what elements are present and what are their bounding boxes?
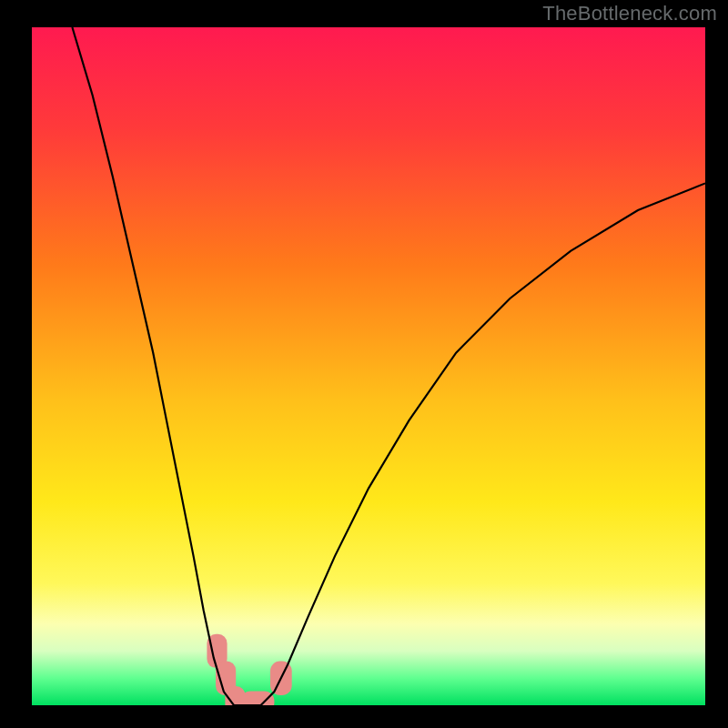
- watermark-text: TheBottleneck.com: [542, 2, 717, 25]
- chart-svg: [32, 27, 705, 705]
- chart-container: TheBottleneck.com: [0, 0, 728, 728]
- gradient-background: [32, 27, 705, 705]
- plot-area: [32, 27, 705, 705]
